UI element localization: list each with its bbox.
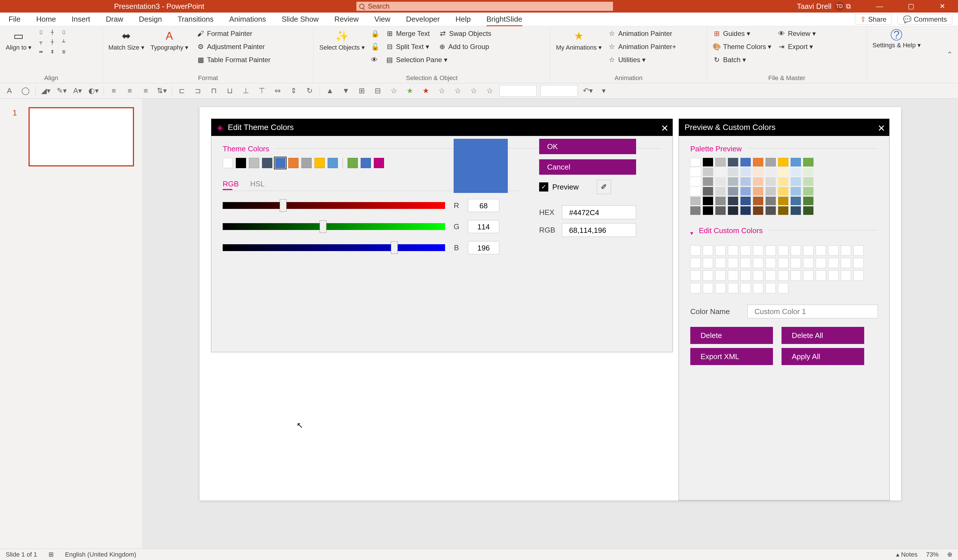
accessibility-icon[interactable]: ⊞ bbox=[49, 551, 54, 558]
palette-cell[interactable] bbox=[703, 158, 713, 166]
qt-front-icon[interactable]: ▲ bbox=[324, 85, 336, 97]
preview-checkbox[interactable]: ✓ bbox=[539, 182, 548, 191]
qt-align1-icon[interactable]: ⊏ bbox=[176, 85, 188, 97]
palette-cell[interactable] bbox=[690, 158, 701, 166]
palette-cell[interactable] bbox=[690, 168, 701, 176]
custom-color-cell[interactable] bbox=[828, 271, 839, 281]
tab-brightslide[interactable]: BrightSlide bbox=[487, 15, 522, 24]
qt-ungroup-icon[interactable]: ⊟ bbox=[372, 85, 384, 97]
palette-cell[interactable] bbox=[803, 187, 814, 196]
custom-color-cell[interactable] bbox=[791, 258, 801, 268]
typography-button[interactable]: A Typography ▾ bbox=[149, 28, 190, 52]
custom-color-cell[interactable] bbox=[690, 245, 701, 256]
b-value[interactable]: 196 bbox=[468, 241, 499, 254]
palette-cell[interactable] bbox=[690, 177, 701, 186]
theme-swatch[interactable] bbox=[236, 158, 246, 168]
custom-color-cell[interactable] bbox=[828, 258, 839, 268]
qt-align3-icon[interactable]: ⊓ bbox=[208, 85, 220, 97]
custom-color-cell[interactable] bbox=[853, 271, 864, 281]
zoom-level[interactable]: 73% bbox=[926, 551, 939, 558]
tab-draw[interactable]: Draw bbox=[106, 15, 123, 24]
palette-cell[interactable] bbox=[803, 168, 814, 176]
qt-align2-icon[interactable]: ⊐ bbox=[192, 85, 204, 97]
theme-swatch[interactable] bbox=[301, 158, 312, 168]
palette-cell[interactable] bbox=[703, 206, 713, 215]
custom-color-cell[interactable] bbox=[778, 283, 788, 293]
palette-cell[interactable] bbox=[703, 177, 713, 186]
theme-swatch[interactable] bbox=[361, 158, 371, 168]
align-top-icon[interactable]: ┬ bbox=[36, 38, 46, 46]
slide-thumb-1[interactable]: 1 bbox=[29, 107, 134, 166]
guides-button[interactable]: ⊞Guides ▾ bbox=[711, 28, 773, 40]
custom-color-cell[interactable] bbox=[841, 258, 851, 268]
palette-cell[interactable] bbox=[728, 197, 738, 205]
tab-animations[interactable]: Animations bbox=[229, 15, 266, 24]
dist-h-icon[interactable]: ⇔ bbox=[36, 47, 46, 56]
theme-swatch[interactable] bbox=[249, 158, 259, 168]
custom-color-cell[interactable] bbox=[816, 258, 826, 268]
custom-color-cell[interactable] bbox=[753, 271, 763, 281]
hex-input[interactable]: #4472C4 bbox=[562, 206, 636, 219]
custom-color-cell[interactable] bbox=[778, 258, 788, 268]
palette-cell[interactable] bbox=[715, 197, 726, 205]
custom-color-cell[interactable] bbox=[791, 245, 801, 256]
custom-color-cell[interactable] bbox=[753, 283, 763, 293]
custom-color-cell[interactable] bbox=[728, 271, 738, 281]
custom-color-cell[interactable] bbox=[853, 245, 864, 256]
palette-cell[interactable] bbox=[741, 187, 751, 196]
theme-colors-button[interactable]: 🎨Theme Colors ▾ bbox=[711, 41, 773, 52]
batch-button[interactable]: ↻Batch ▾ bbox=[711, 54, 773, 66]
qt-star6-icon[interactable]: ☆ bbox=[468, 85, 480, 97]
custom-color-cell[interactable] bbox=[778, 245, 788, 256]
custom-color-cell[interactable] bbox=[703, 258, 713, 268]
palette-cell[interactable] bbox=[703, 187, 713, 196]
custom-color-cell[interactable] bbox=[728, 245, 738, 256]
custom-color-cell[interactable] bbox=[728, 258, 738, 268]
r-slider[interactable] bbox=[223, 202, 445, 209]
custom-color-cell[interactable] bbox=[703, 245, 713, 256]
slide-navigator[interactable]: 1 bbox=[0, 99, 143, 549]
palette-cell[interactable] bbox=[728, 206, 738, 215]
tab-design[interactable]: Design bbox=[139, 15, 162, 24]
qt-font-color-icon[interactable]: A▾ bbox=[71, 85, 84, 97]
palette-cell[interactable] bbox=[715, 177, 726, 186]
palette-cell[interactable] bbox=[766, 187, 776, 196]
slide-canvas[interactable]: ◈ Edit Theme Colors ✕ Theme Colors OK Ca… bbox=[200, 107, 901, 500]
qt-undo-icon[interactable]: ↶▾ bbox=[582, 85, 594, 97]
apply-all-button[interactable]: Apply All bbox=[782, 348, 864, 365]
format-painter-button[interactable]: 🖌Format Painter bbox=[195, 28, 272, 40]
adjustment-painter-button[interactable]: ⚙Adjustment Painter bbox=[195, 41, 272, 52]
close-icon[interactable]: ✕ bbox=[927, 0, 958, 13]
custom-color-cell[interactable] bbox=[741, 271, 751, 281]
palette-cell[interactable] bbox=[766, 158, 776, 166]
custom-color-cell[interactable] bbox=[841, 271, 851, 281]
palette-cell[interactable] bbox=[791, 187, 801, 196]
status-lang[interactable]: English (United Kingdom) bbox=[65, 551, 136, 558]
theme-swatch[interactable] bbox=[347, 158, 358, 168]
palette-cell[interactable] bbox=[715, 206, 726, 215]
tab-file[interactable]: File bbox=[8, 15, 21, 24]
custom-color-cell[interactable] bbox=[803, 258, 814, 268]
theme-swatch[interactable] bbox=[328, 158, 338, 168]
palette-cell[interactable] bbox=[703, 168, 713, 176]
palette-cell[interactable] bbox=[753, 187, 763, 196]
palette-cell[interactable] bbox=[791, 168, 801, 176]
custom-color-cell[interactable] bbox=[715, 271, 726, 281]
tab-developer[interactable]: Developer bbox=[406, 15, 440, 24]
custom-color-cell[interactable] bbox=[741, 258, 751, 268]
color-name-input[interactable] bbox=[747, 305, 878, 318]
qt-star4-icon[interactable]: ☆ bbox=[436, 85, 448, 97]
qt-spinner2[interactable] bbox=[541, 85, 578, 96]
palette-cell[interactable] bbox=[778, 168, 788, 176]
palette-cell[interactable] bbox=[766, 168, 776, 176]
r-value[interactable]: 68 bbox=[468, 199, 499, 212]
palette-cell[interactable] bbox=[803, 206, 814, 215]
palette-cell[interactable] bbox=[778, 197, 788, 205]
custom-color-cell[interactable] bbox=[841, 245, 851, 256]
rgb-tab[interactable]: RGB bbox=[223, 180, 239, 188]
theme-swatch[interactable] bbox=[223, 158, 233, 168]
palette-cell[interactable] bbox=[753, 206, 763, 215]
align-middle-icon[interactable]: ┼ bbox=[48, 38, 57, 46]
qt-fill-icon[interactable]: ◢▾ bbox=[40, 85, 52, 97]
palette-cell[interactable] bbox=[791, 158, 801, 166]
